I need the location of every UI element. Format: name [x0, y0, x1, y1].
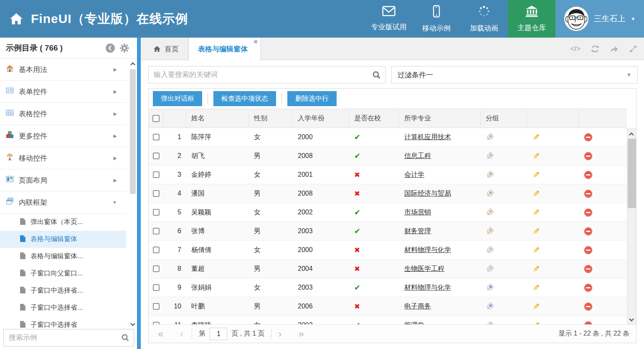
scroll-up-icon[interactable]	[130, 60, 136, 68]
menu-item-label: 表单控件	[19, 87, 47, 97]
view-code-icon[interactable]: </>	[570, 45, 581, 53]
search-icon[interactable]	[372, 71, 381, 79]
select-all-checkbox[interactable]	[152, 115, 160, 122]
table-row: 10 叶鹏 男 2006 ✖ 电子商务	[149, 297, 627, 316]
delete-icon[interactable]	[584, 246, 593, 255]
row-major-link[interactable]: 电子商务	[404, 302, 431, 311]
row-major-link[interactable]: 生物医学工程	[404, 265, 444, 273]
keyword-search-input[interactable]	[149, 71, 372, 79]
edit-pencil-icon[interactable]	[532, 265, 540, 273]
sidebar-menu-item[interactable]: 更多控件 ▶	[0, 125, 126, 147]
delete-icon[interactable]	[584, 227, 593, 236]
check-selected-button[interactable]: 检查选中项状态	[213, 91, 276, 106]
row-checkbox[interactable]	[153, 228, 160, 234]
nav-loading-demo[interactable]: 加载动画	[460, 0, 508, 38]
row-checkbox[interactable]	[153, 284, 160, 291]
row-checkbox[interactable]	[153, 190, 160, 197]
delete-icon[interactable]	[584, 283, 593, 292]
nav-theme-store[interactable]: 主题仓库	[508, 0, 555, 38]
sidebar-menu-item[interactable]: 移动控件 ▶	[0, 147, 126, 169]
edit-pencil-icon[interactable]	[532, 227, 540, 236]
sidebar-sub-item[interactable]: 子窗口中选择省	[0, 316, 126, 329]
sidebar-menu-item[interactable]: 基本用法 ▶	[0, 59, 126, 81]
sidebar-menu-item[interactable]: 表格控件 ▶	[0, 103, 126, 125]
delete-icon[interactable]	[584, 171, 593, 179]
scroll-down-icon[interactable]	[629, 316, 634, 324]
row-checkbox[interactable]	[153, 153, 160, 159]
delete-icon[interactable]	[584, 302, 593, 311]
sidebar-sub-item[interactable]: 子窗口向父窗口...	[0, 265, 126, 282]
scrollbar-thumb[interactable]	[628, 139, 636, 208]
edit-pencil-icon[interactable]	[532, 302, 540, 311]
sidebar-sub-item[interactable]: 子窗口中选择省...	[0, 282, 126, 299]
delete-icon[interactable]	[584, 133, 593, 142]
row-checkbox[interactable]	[153, 171, 160, 178]
sidebar-sub-item[interactable]: 弹出窗体（本页...	[0, 214, 126, 231]
share-icon[interactable]	[610, 45, 619, 53]
nav-trial[interactable]: 专业版试用	[365, 0, 413, 38]
open-dialog-button[interactable]: 弹出对话框	[153, 91, 202, 106]
first-page-icon[interactable]: «	[158, 329, 163, 339]
edit-pencil-icon[interactable]	[532, 189, 540, 198]
page-number-input[interactable]	[210, 328, 227, 340]
collapse-sidebar-icon[interactable]	[105, 43, 115, 55]
sidebar-menu-item[interactable]: 表单控件 ▶	[0, 81, 126, 103]
sidebar-menu-item[interactable]: 内联框架 ▼	[0, 191, 126, 214]
row-checkbox[interactable]	[153, 247, 160, 253]
row-major-link[interactable]: 信息工程	[404, 152, 431, 160]
delete-icon[interactable]	[584, 208, 593, 217]
table-scrollbar[interactable]	[627, 128, 636, 325]
scrollbar-thumb[interactable]	[130, 69, 136, 194]
row-checkbox[interactable]	[153, 265, 160, 272]
last-page-icon[interactable]: »	[298, 329, 304, 339]
row-major-link[interactable]: 会计学	[404, 171, 424, 179]
sub-item-label: 表格与编辑窗体...	[30, 252, 83, 261]
gear-icon[interactable]	[119, 43, 129, 55]
mobile-icon	[433, 5, 440, 20]
delete-icon[interactable]	[584, 265, 593, 273]
sidebar-search-input[interactable]	[4, 334, 121, 342]
scroll-up-icon[interactable]	[629, 130, 634, 138]
edit-pencil-icon[interactable]	[532, 152, 540, 160]
row-checkbox[interactable]	[153, 303, 160, 310]
edit-pencil-icon[interactable]	[532, 321, 540, 325]
edit-pencil-icon[interactable]	[532, 171, 540, 179]
row-major-link[interactable]: 财务管理	[404, 227, 431, 236]
next-page-icon[interactable]: ›	[278, 329, 281, 339]
prev-page-icon[interactable]: ‹	[180, 329, 183, 339]
row-checkbox[interactable]	[153, 209, 160, 216]
user-menu[interactable]: 三生石上 ▼	[555, 0, 644, 38]
close-icon[interactable]: ✖	[254, 39, 258, 45]
delete-icon[interactable]	[584, 152, 593, 160]
refresh-icon[interactable]	[591, 44, 600, 53]
sidebar-scrollbar[interactable]	[129, 60, 136, 327]
sidebar-sub-item[interactable]: 表格与编辑窗体...	[0, 248, 126, 265]
splitter[interactable]	[137, 38, 141, 349]
row-major-link[interactable]: 市场营销	[404, 208, 431, 217]
edit-pencil-icon[interactable]	[532, 208, 540, 217]
sidebar-sub-item[interactable]: 子窗口中选择省...	[0, 299, 126, 316]
menu-item-label: 内联框架	[19, 198, 47, 207]
nav-mobile-demo[interactable]: 移动示例	[413, 0, 460, 38]
row-major-link[interactable]: 管理学	[404, 321, 424, 325]
delete-selected-button[interactable]: 删除选中行	[287, 91, 337, 106]
row-name: 董超	[186, 260, 249, 278]
row-major-link[interactable]: 国际经济与贸易	[404, 189, 451, 198]
edit-pencil-icon[interactable]	[532, 283, 540, 292]
filter-dropdown[interactable]: 过滤条件一 ▼	[391, 66, 638, 84]
tab-active[interactable]: 表格与编辑窗体 ✖	[188, 38, 261, 61]
row-major-link[interactable]: 材料物理与化学	[404, 283, 451, 292]
row-checkbox[interactable]	[153, 134, 160, 140]
row-major-link[interactable]: 计算机应用技术	[404, 133, 451, 142]
scroll-down-icon[interactable]	[130, 321, 136, 328]
edit-pencil-icon[interactable]	[532, 246, 540, 255]
row-major-link[interactable]: 材料物理与化学	[404, 246, 451, 255]
sidebar-menu-item[interactable]: 页面布局 ▶	[0, 169, 126, 191]
delete-icon[interactable]	[584, 189, 593, 198]
expand-icon[interactable]	[629, 45, 637, 53]
tab-home[interactable]: 首页	[144, 38, 188, 60]
edit-pencil-icon[interactable]	[532, 133, 540, 142]
search-icon[interactable]	[121, 334, 129, 342]
sidebar-sub-item[interactable]: 表格与编辑窗体	[0, 231, 126, 248]
delete-icon[interactable]	[584, 321, 593, 325]
